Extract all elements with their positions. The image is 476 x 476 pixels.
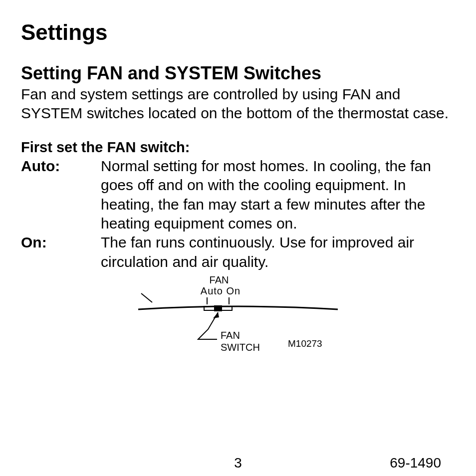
intro-paragraph: Fan and system settings are controlled b… <box>21 85 455 123</box>
figure-label-fan: FAN <box>199 274 239 286</box>
list-item: On: The fan runs continuously. Use for i… <box>21 233 455 271</box>
desc-auto: Normal setting for most homes. In coolin… <box>101 157 455 234</box>
figure-code: M10273 <box>288 338 322 349</box>
fan-switch-figure: FAN Auto On FAN SWITCH M10273 <box>138 274 338 364</box>
definition-list: Auto: Normal setting for most homes. In … <box>21 157 455 271</box>
svg-line-0 <box>141 293 152 302</box>
figure-label-switch: FAN SWITCH <box>221 329 260 353</box>
svg-rect-4 <box>214 305 222 311</box>
section-heading: Setting FAN and SYSTEM Switches <box>21 63 455 84</box>
term-on: On: <box>21 233 101 271</box>
page-title: Settings <box>21 20 455 45</box>
figure-label-positions: Auto On <box>193 285 248 297</box>
document-number: 69-1490 <box>390 455 441 471</box>
subheading: First set the FAN switch: <box>21 139 455 156</box>
desc-on: The fan runs continuously. Use for impro… <box>101 233 455 271</box>
list-item: Auto: Normal setting for most homes. In … <box>21 157 455 234</box>
svg-marker-5 <box>213 312 219 318</box>
term-auto: Auto: <box>21 157 101 234</box>
